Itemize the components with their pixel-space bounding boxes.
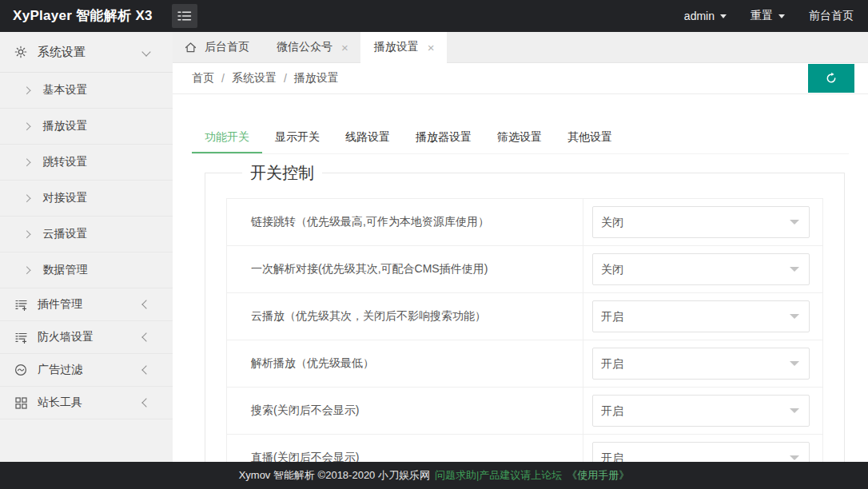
window-tab-wechat[interactable]: 微信公众号 × — [263, 32, 360, 62]
live-select[interactable]: 开启 — [592, 442, 810, 462]
table-row: 一次解析对接(优先级其次,可配合CMS插件使用) 关闭 — [227, 246, 823, 293]
sidebar-group-firewall-settings[interactable]: 防火墙设置 — [0, 321, 173, 354]
row-label: 解析播放（优先级最低） — [227, 340, 583, 388]
chevron-down-icon — [141, 47, 150, 56]
sidebar-item-label: 云播设置 — [43, 227, 88, 241]
circle-wave-icon — [14, 364, 27, 376]
reset-menu[interactable]: 重置 — [751, 9, 785, 23]
chevron-left-icon — [141, 365, 150, 374]
sidebar: 系统设置 基本设置 播放设置 跳转设置 对接设置 云播设置 数据管理 — [0, 32, 173, 462]
chevron-right-icon — [23, 194, 30, 201]
breadcrumb-bar: 首页 / 系统设置 / 播放设置 — [173, 63, 868, 94]
select-value: 开启 — [593, 443, 809, 462]
dropdown-arrow-icon — [790, 455, 799, 460]
sidebar-item-basic-settings[interactable]: 基本设置 — [0, 73, 173, 109]
sidebar-item-label: 对接设置 — [43, 191, 88, 205]
switch-control-panel: 开关控制 链接跳转（优先级最高,可作为本地资源库使用） 关闭 一次解析对接( — [205, 162, 845, 462]
app-brand: XyPlayer 智能解析 X3 — [13, 0, 153, 32]
table-row: 云播放（优先级其次，关闭后不影响搜索功能） 开启 — [227, 293, 823, 340]
sidebar-group-ad-filter[interactable]: 广告过滤 — [0, 354, 173, 387]
sidebar-item-label: 跳转设置 — [43, 155, 88, 169]
frontend-home-link[interactable]: 前台首页 — [809, 9, 854, 23]
sidebar-toggle-button[interactable] — [172, 4, 197, 28]
sidebar-item-jump-settings[interactable]: 跳转设置 — [0, 145, 173, 181]
caret-down-icon — [778, 14, 785, 18]
row-label: 链接跳转（优先级最高,可作为本地资源库使用） — [227, 199, 583, 246]
tab-display-switch[interactable]: 显示开关 — [262, 121, 332, 153]
row-label: 云播放（优先级其次，关闭后不影响搜索功能） — [227, 293, 583, 340]
dropdown-arrow-icon — [790, 314, 799, 319]
list-plus-icon — [14, 298, 27, 311]
breadcrumb-separator: / — [221, 72, 225, 85]
close-icon[interactable]: × — [428, 42, 435, 54]
refresh-button[interactable] — [808, 64, 854, 93]
search-select[interactable]: 开启 — [592, 395, 810, 427]
footer-manual-link[interactable]: 《使用手册》 — [567, 468, 629, 483]
select-value: 关闭 — [593, 207, 809, 237]
sidebar-group-webmaster-tools[interactable]: 站长工具 — [0, 387, 173, 419]
grid-icon — [14, 396, 27, 409]
dropdown-arrow-icon — [790, 361, 799, 366]
dropdown-arrow-icon — [790, 267, 799, 272]
chevron-left-icon — [141, 300, 150, 308]
breadcrumb-current: 播放设置 — [294, 71, 339, 85]
caret-down-icon — [720, 14, 727, 18]
row-label: 一次解析对接(优先级其次,可配合CMS插件使用) — [227, 246, 583, 293]
sidebar-group-label: 站长工具 — [38, 396, 82, 410]
breadcrumb-separator: / — [284, 72, 287, 85]
breadcrumb-home[interactable]: 首页 — [192, 71, 214, 85]
home-icon — [185, 42, 197, 54]
footer-copyright: Xymov 智能解析 ©2018-2020 小刀娱乐网 — [239, 468, 430, 483]
page-content: 功能开关 显示开关 线路设置 播放器设置 筛选设置 其他设置 开关控制 链接跳转… — [173, 94, 868, 462]
tab-function-switch[interactable]: 功能开关 — [192, 121, 262, 153]
sidebar-item-label: 基本设置 — [43, 83, 88, 97]
topbar-menu: admin 重置 前台首页 — [684, 0, 854, 32]
table-row: 直播(关闭后不会显示) 开启 — [227, 435, 823, 463]
menu-list-icon — [177, 10, 192, 22]
parse-docking-select[interactable]: 关闭 — [592, 253, 810, 285]
sidebar-item-play-settings[interactable]: 播放设置 — [0, 109, 173, 145]
chevron-left-icon — [141, 398, 150, 407]
frontend-home-label: 前台首页 — [809, 9, 854, 23]
list-plus-icon — [14, 331, 27, 344]
topbar: XyPlayer 智能解析 X3 admin 重置 前台首页 — [0, 0, 868, 32]
sidebar-item-cloud-play-settings[interactable]: 云播设置 — [0, 217, 173, 252]
parse-play-select[interactable]: 开启 — [592, 348, 810, 380]
table-row: 搜索(关闭后不会显示) 开启 — [227, 388, 823, 435]
chevron-right-icon — [23, 158, 30, 165]
sidebar-group-plugin-management[interactable]: 插件管理 — [0, 288, 173, 321]
reset-menu-label: 重置 — [751, 9, 773, 23]
close-icon[interactable]: × — [341, 42, 348, 54]
refresh-icon — [824, 71, 838, 85]
sidebar-item-data-management[interactable]: 数据管理 — [0, 252, 173, 288]
window-tab-label: 播放设置 — [374, 40, 419, 54]
tab-line-settings[interactable]: 线路设置 — [332, 121, 403, 153]
tab-player-settings[interactable]: 播放器设置 — [403, 121, 484, 153]
sidebar-group-label: 防火墙设置 — [38, 330, 94, 344]
user-menu[interactable]: admin — [684, 10, 727, 22]
chevron-right-icon — [23, 86, 30, 93]
sidebar-item-label: 数据管理 — [43, 263, 88, 277]
sidebar-group-label: 系统设置 — [38, 45, 86, 60]
cloud-play-select[interactable]: 开启 — [592, 300, 810, 332]
user-menu-label: admin — [684, 10, 715, 22]
select-value: 开启 — [593, 348, 809, 379]
sidebar-item-label: 播放设置 — [43, 119, 88, 133]
tab-filter-settings[interactable]: 筛选设置 — [484, 121, 555, 153]
sidebar-item-docking-settings[interactable]: 对接设置 — [0, 181, 173, 217]
window-tab-label: 微信公众号 — [277, 40, 332, 54]
tab-other-settings[interactable]: 其他设置 — [555, 121, 625, 153]
sidebar-group-system-settings[interactable]: 系统设置 — [0, 32, 173, 73]
table-row: 链接跳转（优先级最高,可作为本地资源库使用） 关闭 — [227, 199, 823, 246]
link-jump-select[interactable]: 关闭 — [592, 206, 810, 238]
window-tab-play-settings[interactable]: 播放设置 × — [360, 32, 447, 62]
breadcrumb-system-settings[interactable]: 系统设置 — [232, 71, 277, 85]
window-tab-bar: 后台首页 微信公众号 × 播放设置 × — [173, 32, 868, 63]
footer-forum-link[interactable]: 问题求助|产品建议请上论坛 — [435, 468, 562, 483]
chevron-right-icon — [23, 122, 30, 129]
select-value: 开启 — [593, 301, 809, 332]
select-value: 开启 — [593, 396, 809, 426]
window-tab-dashboard[interactable]: 后台首页 — [173, 32, 263, 62]
row-label: 搜索(关闭后不会显示) — [227, 388, 583, 435]
panel-title: 开关控制 — [242, 162, 322, 184]
